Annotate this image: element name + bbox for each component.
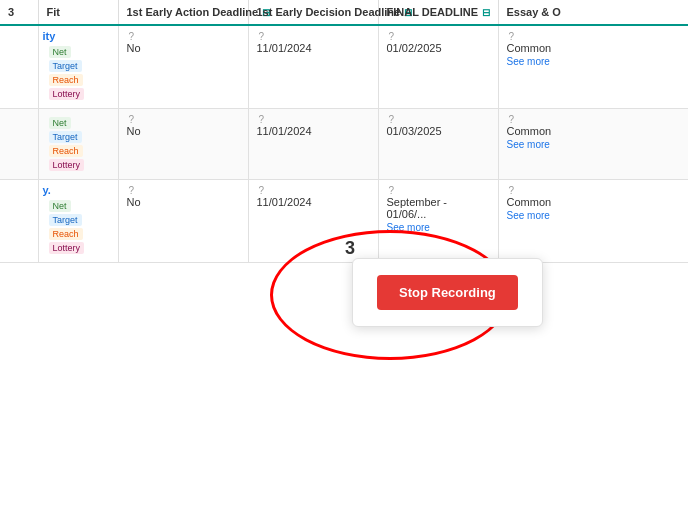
fit-badge-lottery: Lottery: [49, 242, 85, 254]
ead-value: No: [127, 125, 240, 137]
edd-cell: ?11/01/2024: [248, 109, 378, 180]
fit-badge-lottery: Lottery: [49, 88, 85, 100]
fit-badge-reach: Reach: [49, 228, 83, 240]
final-info-icon[interactable]: ?: [389, 31, 395, 42]
ead-cell: ?No: [118, 180, 248, 263]
ead-value: No: [127, 42, 240, 54]
ead-value: No: [127, 196, 240, 208]
fit-badge-reach: Reach: [49, 145, 83, 157]
school-name[interactable]: y.: [43, 184, 51, 196]
essay-info-icon[interactable]: ?: [509, 31, 515, 42]
fit-badges: NetTargetReachLottery: [43, 113, 114, 175]
final-value: September - 01/06/...: [387, 196, 490, 220]
edd-cell: ?11/01/2024: [248, 180, 378, 263]
col-header-ead: 1st Early Action Deadline ⊟: [118, 0, 248, 25]
ead-cell: ?No: [118, 109, 248, 180]
essay-cell: ?CommonSee more: [498, 180, 688, 263]
essay-cell: ?CommonSee more: [498, 25, 688, 109]
fit-badge-target: Target: [49, 131, 82, 143]
col-essay-label: Essay & O: [507, 6, 561, 18]
row-school-fit-cell: ityNetTargetReachLottery: [38, 25, 118, 109]
fit-badge-target: Target: [49, 214, 82, 226]
fit-badge-net: Net: [49, 117, 71, 129]
row-number-cell: [0, 109, 38, 180]
edd-info-icon[interactable]: ?: [259, 114, 265, 125]
row-number-cell: [0, 25, 38, 109]
edd-value: 11/01/2024: [257, 196, 370, 208]
edd-info-icon[interactable]: ?: [259, 185, 265, 196]
col-final-label: FINAL DEADLINE: [387, 6, 478, 18]
fit-badge-lottery: Lottery: [49, 159, 85, 171]
school-name[interactable]: ity: [43, 30, 56, 42]
col-edd-label: 1st Early Decision Deadline: [257, 6, 401, 18]
final-cell: ?01/02/2025: [378, 25, 498, 109]
essay-value: Common: [507, 196, 680, 208]
fit-badge-reach: Reach: [49, 74, 83, 86]
ead-info-icon[interactable]: ?: [129, 114, 135, 125]
essay-see-more[interactable]: See more: [507, 56, 680, 67]
col-header-fit: Fit: [38, 0, 118, 25]
col-fit-label: Fit: [47, 6, 60, 18]
essay-cell: ?CommonSee more: [498, 109, 688, 180]
final-filter-icon[interactable]: ⊟: [482, 7, 490, 18]
col-header-edd: 1st Early Decision Deadline ⊟: [248, 0, 378, 25]
stop-recording-button[interactable]: Stop Recording: [377, 275, 518, 310]
table-row: y.NetTargetReachLottery?No?11/01/2024?Se…: [0, 180, 688, 263]
final-see-more[interactable]: See more: [387, 222, 490, 233]
edd-cell: ?11/01/2024: [248, 25, 378, 109]
essay-see-more[interactable]: See more: [507, 210, 680, 221]
final-cell: ?September - 01/06/...See more: [378, 180, 498, 263]
fit-badge-net: Net: [49, 200, 71, 212]
final-cell: ?01/03/2025: [378, 109, 498, 180]
col-number-label: 3: [8, 6, 14, 18]
main-table: 3 Fit 1st Early Action Deadline ⊟ 1st Ea…: [0, 0, 688, 263]
col-ead-label: 1st Early Action Deadline: [127, 6, 259, 18]
row-school-fit-cell: NetTargetReachLottery: [38, 109, 118, 180]
final-value: 01/03/2025: [387, 125, 490, 137]
edd-value: 11/01/2024: [257, 125, 370, 137]
col-header-final: FINAL DEADLINE ⊟: [378, 0, 498, 25]
essay-see-more[interactable]: See more: [507, 139, 680, 150]
stop-recording-card: Stop Recording: [352, 258, 543, 327]
final-info-icon[interactable]: ?: [389, 114, 395, 125]
edd-info-icon[interactable]: ?: [259, 31, 265, 42]
final-info-icon[interactable]: ?: [389, 185, 395, 196]
essay-value: Common: [507, 42, 680, 54]
ead-info-icon[interactable]: ?: [129, 31, 135, 42]
fit-badge-net: Net: [49, 46, 71, 58]
col-header-number: 3: [0, 0, 38, 25]
essay-value: Common: [507, 125, 680, 137]
step-number: 3: [345, 238, 355, 259]
ead-info-icon[interactable]: ?: [129, 185, 135, 196]
row-school-fit-cell: y.NetTargetReachLottery: [38, 180, 118, 263]
final-value: 01/02/2025: [387, 42, 490, 54]
fit-badges: NetTargetReachLottery: [43, 42, 114, 104]
col-header-essay: Essay & O: [498, 0, 688, 25]
table-row: ityNetTargetReachLottery?No?11/01/2024?0…: [0, 25, 688, 109]
ead-cell: ?No: [118, 25, 248, 109]
edd-value: 11/01/2024: [257, 42, 370, 54]
fit-badges: NetTargetReachLottery: [43, 196, 114, 258]
essay-info-icon[interactable]: ?: [509, 185, 515, 196]
table-row: NetTargetReachLottery?No?11/01/2024?01/0…: [0, 109, 688, 180]
essay-info-icon[interactable]: ?: [509, 114, 515, 125]
row-number-cell: [0, 180, 38, 263]
fit-badge-target: Target: [49, 60, 82, 72]
